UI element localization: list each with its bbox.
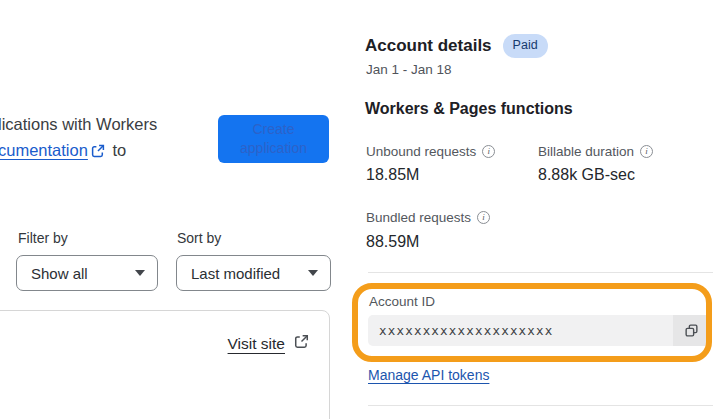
account-id-label: Account ID bbox=[369, 294, 435, 309]
manage-api-tokens-link[interactable]: Manage API tokens bbox=[368, 367, 489, 383]
panel-title-row: Account details Paid bbox=[365, 34, 548, 58]
documentation-link[interactable]: cumentation bbox=[0, 141, 88, 159]
stat-label-unbound-requests: Unbound requests i bbox=[366, 144, 495, 159]
chevron-down-icon bbox=[135, 270, 145, 276]
application-card: Visit site bbox=[0, 310, 330, 419]
info-icon[interactable]: i bbox=[640, 145, 653, 158]
sort-dropdown-value: Last modified bbox=[191, 265, 280, 282]
stat-value-unbound-requests: 18.85M bbox=[366, 166, 419, 184]
intro-line-1: lications with Workers bbox=[0, 111, 157, 137]
stat-label-text: Billable duration bbox=[538, 144, 634, 159]
intro-line-2: cumentation to bbox=[0, 137, 157, 165]
info-icon[interactable]: i bbox=[482, 145, 495, 158]
create-application-label-line2: application bbox=[218, 139, 329, 158]
sort-by-label: Sort by bbox=[177, 230, 221, 246]
stat-value-billable-duration: 8.88k GB-sec bbox=[538, 166, 635, 184]
info-icon[interactable]: i bbox=[477, 211, 490, 224]
plan-badge: Paid bbox=[503, 34, 548, 58]
panel-title: Account details bbox=[365, 36, 492, 56]
create-application-button[interactable]: Create application bbox=[218, 115, 329, 163]
divider bbox=[368, 272, 713, 273]
external-link-icon bbox=[294, 334, 309, 353]
stat-label-bundled-requests: Bundled requests i bbox=[366, 210, 490, 225]
section-title: Workers & Pages functions bbox=[365, 100, 573, 118]
account-id-row bbox=[368, 315, 710, 346]
intro-text: lications with Workers cumentation to bbox=[0, 111, 157, 165]
filter-dropdown[interactable]: Show all bbox=[16, 255, 158, 291]
stat-value-bundled-requests: 88.59M bbox=[366, 233, 419, 251]
date-range: Jan 1 - Jan 18 bbox=[366, 62, 452, 77]
intro-line-2-suffix: to bbox=[112, 141, 126, 159]
filter-dropdown-value: Show all bbox=[31, 265, 88, 282]
filter-by-label: Filter by bbox=[18, 230, 68, 246]
create-application-label-line1: Create bbox=[218, 120, 329, 139]
stat-label-text: Unbound requests bbox=[366, 144, 476, 159]
sort-dropdown[interactable]: Last modified bbox=[176, 255, 331, 291]
visit-site-row: Visit site bbox=[228, 334, 312, 353]
visit-site-link[interactable]: Visit site bbox=[228, 335, 285, 353]
divider bbox=[368, 405, 713, 406]
account-id-input[interactable] bbox=[368, 315, 673, 346]
account-details-panel: Account details Paid Jan 1 - Jan 18 Work… bbox=[365, 0, 718, 419]
copy-button[interactable] bbox=[673, 315, 710, 346]
stat-label-text: Bundled requests bbox=[366, 210, 471, 225]
copy-icon bbox=[684, 323, 699, 338]
external-link-icon bbox=[91, 139, 105, 165]
chevron-down-icon bbox=[308, 270, 318, 276]
stat-label-billable-duration: Billable duration i bbox=[538, 144, 653, 159]
workers-pages-dashboard: lications with Workers cumentation to Cr… bbox=[0, 0, 718, 419]
